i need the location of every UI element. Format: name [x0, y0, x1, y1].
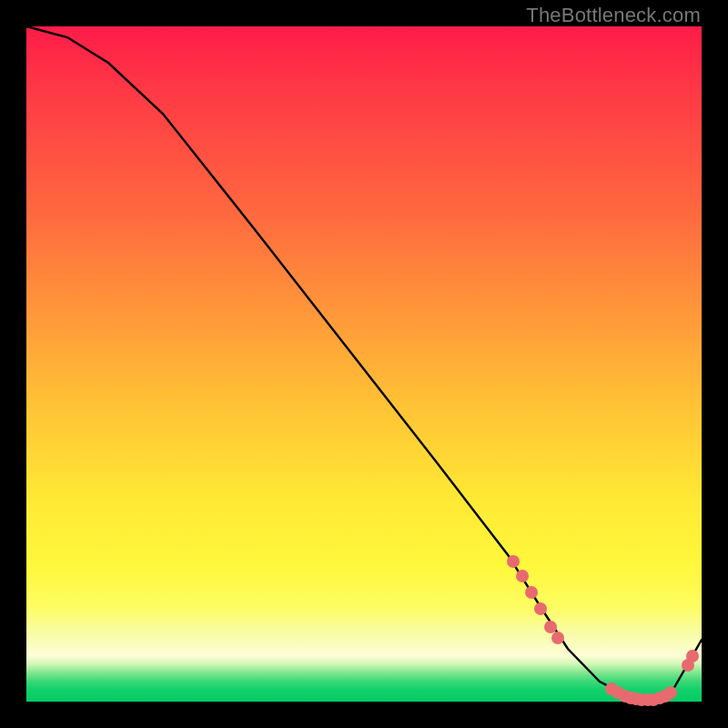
chart-frame — [26, 26, 702, 702]
curve-marker — [551, 632, 564, 644]
chart-svg — [26, 26, 702, 702]
curve-marker — [516, 570, 529, 582]
curve-marker — [534, 602, 547, 615]
curve-marker — [507, 555, 520, 568]
curve-marker — [544, 621, 557, 633]
curve-line — [26, 26, 702, 702]
curve-marker — [525, 586, 538, 599]
curve-marker — [686, 650, 699, 662]
attribution-text: TheBottleneck.com — [526, 4, 701, 27]
curve-marker — [664, 686, 677, 699]
